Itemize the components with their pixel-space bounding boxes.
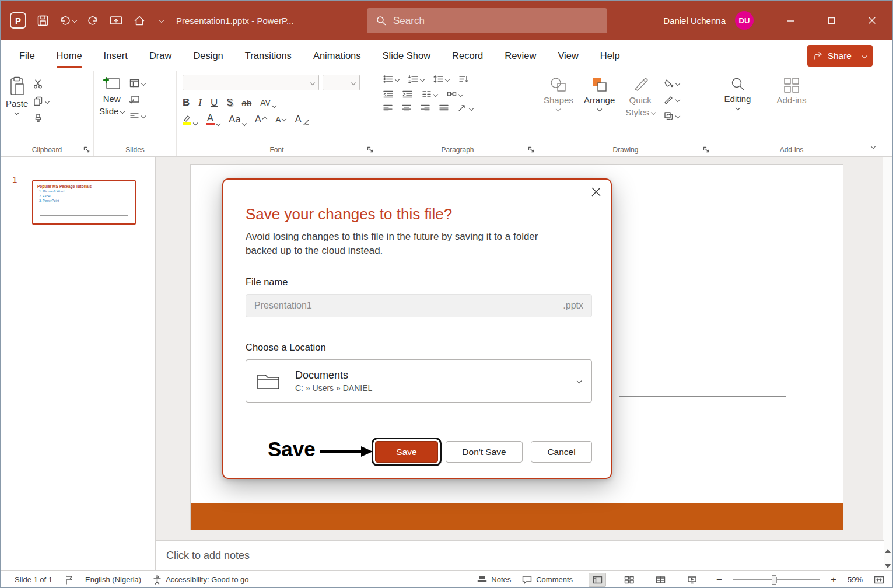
minimize-button[interactable] bbox=[770, 1, 811, 40]
strikethrough-button[interactable]: ab bbox=[242, 98, 252, 108]
arrange-button[interactable]: Arrange bbox=[579, 71, 620, 120]
columns-button[interactable] bbox=[422, 90, 437, 99]
tab-insert[interactable]: Insert bbox=[104, 40, 128, 71]
notes-pane[interactable]: Click to add notes bbox=[156, 540, 884, 570]
normal-view-button[interactable] bbox=[589, 573, 606, 587]
home-icon[interactable] bbox=[134, 15, 145, 26]
share-button[interactable]: Share bbox=[807, 45, 873, 66]
font-size-combo[interactable] bbox=[323, 75, 360, 90]
text-direction-button[interactable] bbox=[458, 104, 473, 112]
text-shadow-button[interactable]: S bbox=[226, 97, 233, 108]
shrink-font-button[interactable]: A bbox=[275, 115, 286, 124]
decrease-indent-button[interactable] bbox=[383, 90, 393, 99]
new-slide-button[interactable]: New Slide bbox=[94, 71, 129, 120]
accessibility-status[interactable]: Accessibility: Good to go bbox=[153, 575, 248, 584]
reading-view-button[interactable] bbox=[652, 573, 669, 587]
comments-toggle[interactable]: Comments bbox=[522, 575, 573, 584]
align-center-button[interactable] bbox=[402, 104, 411, 112]
share-dropdown-icon[interactable] bbox=[862, 53, 867, 58]
paragraph-dialog-launcher-icon[interactable] bbox=[527, 146, 535, 153]
spellcheck-flag-icon[interactable] bbox=[64, 575, 73, 584]
font-dialog-launcher-icon[interactable] bbox=[366, 146, 374, 153]
user-avatar[interactable]: DU bbox=[735, 11, 754, 30]
present-to-display-icon[interactable] bbox=[110, 15, 122, 26]
bullets-button[interactable] bbox=[383, 75, 399, 83]
section-button[interactable] bbox=[129, 111, 145, 120]
addins-button[interactable]: Add-ins bbox=[762, 71, 821, 105]
character-spacing-button[interactable]: AV bbox=[260, 98, 276, 107]
tab-home[interactable]: Home bbox=[57, 40, 82, 71]
language-indicator[interactable]: English (Nigeria) bbox=[85, 575, 141, 584]
zoom-out-button[interactable]: − bbox=[716, 574, 722, 586]
slide-layout-button[interactable] bbox=[129, 79, 145, 88]
zoom-level[interactable]: 59% bbox=[848, 575, 863, 584]
font-name-combo[interactable] bbox=[183, 75, 319, 90]
notes-placeholder[interactable]: Click to add notes bbox=[166, 550, 250, 562]
user-name[interactable]: Daniel Uchenna bbox=[663, 16, 726, 26]
search-input[interactable] bbox=[393, 15, 598, 27]
tab-review[interactable]: Review bbox=[505, 40, 536, 71]
search-box[interactable] bbox=[367, 8, 607, 33]
numbering-button[interactable] bbox=[408, 75, 424, 83]
underline-button[interactable]: U bbox=[211, 97, 218, 108]
undo-button[interactable] bbox=[59, 15, 76, 26]
close-window-button[interactable] bbox=[852, 1, 892, 40]
shapes-button[interactable]: Shapes bbox=[538, 71, 579, 120]
grow-font-button[interactable]: A bbox=[255, 114, 267, 125]
tab-record[interactable]: Record bbox=[452, 40, 483, 71]
shape-fill-button[interactable] bbox=[664, 79, 680, 88]
italic-button[interactable]: I bbox=[198, 97, 202, 108]
tab-help[interactable]: Help bbox=[600, 40, 620, 71]
tab-slide-show[interactable]: Slide Show bbox=[383, 40, 431, 71]
reset-slide-button[interactable] bbox=[129, 95, 145, 104]
increase-indent-button[interactable] bbox=[402, 90, 412, 99]
change-case-button[interactable]: Aa bbox=[229, 114, 246, 125]
text-highlight-button[interactable] bbox=[183, 115, 197, 125]
copy-button[interactable] bbox=[33, 96, 49, 106]
slide-sorter-view-button[interactable] bbox=[620, 573, 638, 587]
drawing-dialog-launcher-icon[interactable] bbox=[702, 146, 710, 153]
notes-toggle[interactable]: Notes bbox=[477, 575, 511, 584]
collapse-ribbon-icon[interactable] bbox=[871, 144, 876, 149]
location-dropdown[interactable]: Documents C: » Users » DANIEL bbox=[246, 359, 592, 402]
tab-design[interactable]: Design bbox=[193, 40, 223, 71]
tab-view[interactable]: View bbox=[558, 40, 578, 71]
save-button[interactable]: Save bbox=[375, 441, 438, 463]
zoom-slider[interactable] bbox=[733, 579, 820, 580]
format-painter-button[interactable] bbox=[33, 114, 49, 124]
clipboard-dialog-launcher-icon[interactable] bbox=[83, 146, 90, 153]
sort-button[interactable] bbox=[458, 75, 468, 83]
line-spacing-button[interactable] bbox=[433, 75, 449, 83]
tab-animations[interactable]: Animations bbox=[313, 40, 361, 71]
convert-to-smartart-button[interactable] bbox=[447, 90, 463, 99]
tab-draw[interactable]: Draw bbox=[149, 40, 172, 71]
redo-icon[interactable] bbox=[87, 15, 99, 26]
cancel-button[interactable]: Cancel bbox=[531, 441, 592, 463]
save-icon[interactable] bbox=[37, 15, 48, 26]
maximize-button[interactable] bbox=[811, 1, 852, 40]
tab-file[interactable]: File bbox=[19, 40, 35, 71]
zoom-in-button[interactable]: + bbox=[831, 574, 836, 586]
previous-slide-button[interactable] bbox=[883, 543, 892, 558]
align-right-button[interactable] bbox=[421, 104, 430, 112]
paste-button[interactable]: Paste bbox=[1, 71, 33, 124]
quick-styles-button[interactable]: Quick Styles bbox=[620, 71, 660, 120]
fit-slide-to-window-button[interactable] bbox=[874, 576, 884, 584]
vertical-scrollbar[interactable] bbox=[883, 157, 892, 570]
zoom-slider-thumb[interactable] bbox=[772, 575, 776, 584]
slide-thumbnail[interactable]: Popular MS-Package Tutorials 1. Microsof… bbox=[32, 180, 136, 225]
cut-button[interactable] bbox=[33, 79, 49, 89]
file-name-input[interactable] bbox=[254, 300, 563, 311]
slide-indicator[interactable]: Slide 1 of 1 bbox=[15, 575, 52, 584]
justify-button[interactable] bbox=[439, 104, 449, 112]
clear-formatting-button[interactable]: A bbox=[295, 114, 309, 125]
slide-show-button[interactable] bbox=[683, 573, 701, 587]
customize-quick-access-icon[interactable] bbox=[159, 18, 164, 23]
file-name-field[interactable]: .pptx bbox=[246, 294, 592, 317]
shape-effects-button[interactable] bbox=[664, 111, 680, 120]
dialog-close-icon[interactable] bbox=[591, 187, 601, 197]
shape-outline-button[interactable] bbox=[664, 95, 680, 104]
location-chevron-icon[interactable] bbox=[577, 379, 582, 383]
bold-button[interactable]: B bbox=[183, 97, 190, 108]
tab-transitions[interactable]: Transitions bbox=[245, 40, 292, 71]
